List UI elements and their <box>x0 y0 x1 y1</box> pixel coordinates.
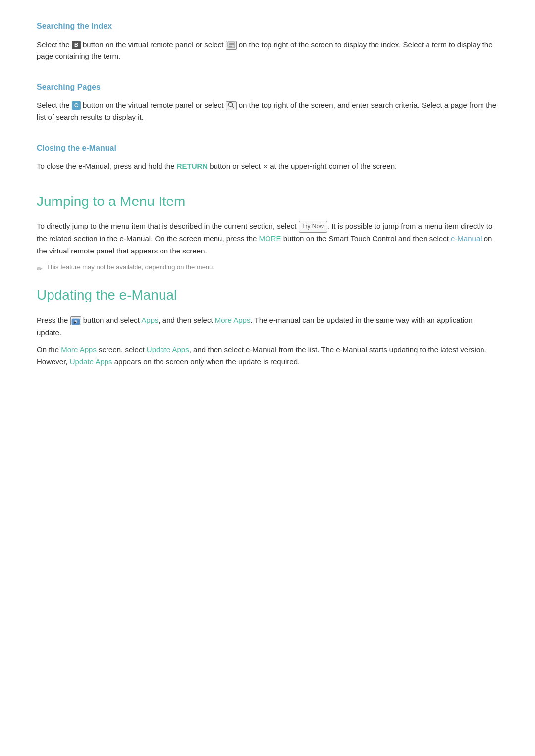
c-button-icon: C <box>72 101 81 110</box>
jumping-menu-section: Jumping to a Menu Item To directly jump … <box>37 191 498 275</box>
b-button-icon: B <box>72 41 81 49</box>
note-pencil-icon: ✏ <box>37 263 43 274</box>
try-now-badge[interactable]: Try Now <box>299 221 327 233</box>
note-text: This feature may not be available, depen… <box>47 262 214 272</box>
more-apps-link-1[interactable]: More Apps <box>215 316 251 324</box>
apps-link-1[interactable]: Apps <box>141 316 158 324</box>
svg-text:▶: ▶ <box>74 321 76 324</box>
searching-index-paragraph: Select the B button on the virtual remot… <box>37 39 498 63</box>
update-apps-link-2[interactable]: Update Apps <box>70 357 112 366</box>
closing-emanual-paragraph: To close the e-Manual, press and hold th… <box>37 160 498 173</box>
svg-line-5 <box>232 106 234 108</box>
search-icon <box>226 101 237 110</box>
more-apps-link-2[interactable]: More Apps <box>61 345 97 353</box>
searching-pages-section: Searching Pages Select the C button on t… <box>37 81 498 124</box>
updating-emanual-section: Updating the e-Manual Press the ▶ button… <box>37 284 498 368</box>
close-x-icon: ✕ <box>263 161 268 172</box>
searching-pages-heading: Searching Pages <box>37 81 498 94</box>
update-apps-link-1[interactable]: Update Apps <box>147 345 189 353</box>
smart-hub-icon: ▶ <box>70 316 81 325</box>
emanual-link[interactable]: e-Manual <box>451 234 482 243</box>
svg-point-4 <box>228 102 232 106</box>
jumping-menu-paragraph: To directly jump to the menu item that i… <box>37 220 498 257</box>
searching-index-section: Searching the Index Select the B button … <box>37 20 498 63</box>
index-icon <box>226 41 237 50</box>
closing-emanual-section: Closing the e-Manual To close the e-Manu… <box>37 142 498 172</box>
jumping-menu-heading: Jumping to a Menu Item <box>37 191 498 213</box>
return-keyword: RETURN <box>177 162 208 170</box>
searching-pages-paragraph: Select the C button on the virtual remot… <box>37 100 498 124</box>
closing-emanual-heading: Closing the e-Manual <box>37 142 498 154</box>
updating-paragraph-1: Press the ▶ button and select Apps, and … <box>37 314 498 339</box>
updating-emanual-heading: Updating the e-Manual <box>37 284 498 306</box>
more-link[interactable]: MORE <box>259 234 281 243</box>
note-row: ✏ This feature may not be available, dep… <box>37 262 498 274</box>
updating-paragraph-2: On the More Apps screen, select Update A… <box>37 344 498 368</box>
searching-index-heading: Searching the Index <box>37 20 498 33</box>
